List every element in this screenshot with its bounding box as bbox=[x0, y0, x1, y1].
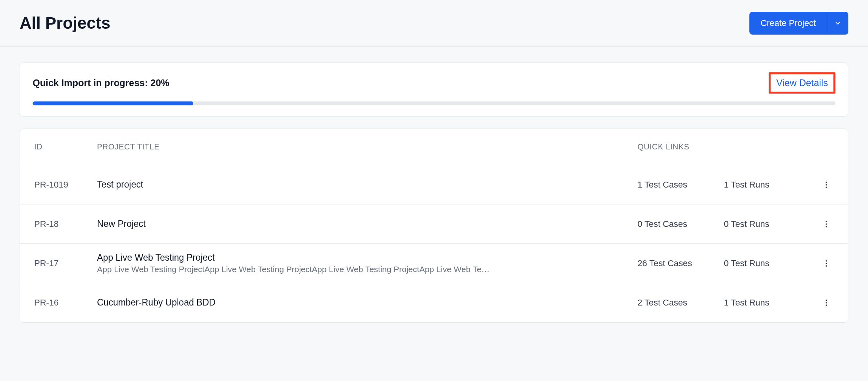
import-progress-card: Quick Import in progress: 20% View Detai… bbox=[20, 63, 848, 117]
svg-point-8 bbox=[826, 265, 827, 267]
project-id: PR-18 bbox=[34, 219, 97, 229]
project-id: PR-16 bbox=[34, 298, 97, 308]
row-more-button[interactable] bbox=[819, 217, 834, 232]
col-header-quick-links: QUICK LINKS bbox=[637, 142, 810, 151]
svg-point-1 bbox=[826, 184, 827, 186]
table-row[interactable]: PR-16Cucumber-Ruby Upload BDD2 Test Case… bbox=[20, 283, 848, 322]
test-runs-link[interactable]: 1 Test Runs bbox=[724, 298, 810, 308]
svg-point-5 bbox=[826, 226, 827, 227]
col-header-title: PROJECT TITLE bbox=[97, 142, 637, 151]
table-row[interactable]: PR-18New Project0 Test Cases0 Test Runs bbox=[20, 204, 848, 244]
create-project-dropdown[interactable] bbox=[827, 12, 848, 35]
view-details-button[interactable]: View Details bbox=[776, 77, 828, 88]
svg-point-7 bbox=[826, 263, 827, 264]
test-runs-link[interactable]: 1 Test Runs bbox=[724, 180, 810, 190]
more-vertical-icon bbox=[822, 298, 831, 307]
project-title[interactable]: New Project bbox=[97, 219, 637, 229]
col-header-id: ID bbox=[34, 142, 97, 151]
svg-point-0 bbox=[826, 181, 827, 183]
progress-bar bbox=[33, 101, 835, 105]
project-title-col: Test project bbox=[97, 179, 637, 190]
test-cases-link[interactable]: 1 Test Cases bbox=[637, 180, 724, 190]
table-row[interactable]: PR-17App Live Web Testing ProjectApp Liv… bbox=[20, 244, 848, 283]
test-cases-link[interactable]: 0 Test Cases bbox=[637, 219, 724, 229]
more-vertical-icon bbox=[822, 180, 831, 189]
project-title-col: App Live Web Testing ProjectApp Live Web… bbox=[97, 252, 637, 274]
row-more-button[interactable] bbox=[819, 177, 834, 192]
svg-point-3 bbox=[826, 221, 827, 222]
table-row[interactable]: PR-1019Test project1 Test Cases1 Test Ru… bbox=[20, 165, 848, 204]
projects-table: ID PROJECT TITLE QUICK LINKS PR-1019Test… bbox=[20, 129, 848, 323]
project-id: PR-1019 bbox=[34, 180, 97, 190]
page-header: All Projects Create Project bbox=[0, 0, 868, 47]
project-title-col: Cucumber-Ruby Upload BDD bbox=[97, 297, 637, 308]
row-more-button[interactable] bbox=[819, 256, 834, 271]
project-title[interactable]: App Live Web Testing Project bbox=[97, 252, 637, 263]
project-subtitle: App Live Web Testing ProjectApp Live Web… bbox=[97, 265, 637, 274]
svg-point-6 bbox=[826, 260, 827, 261]
svg-point-4 bbox=[826, 223, 827, 225]
create-project-button[interactable]: Create Project bbox=[749, 12, 827, 35]
project-title-col: New Project bbox=[97, 219, 637, 229]
more-vertical-icon bbox=[822, 220, 831, 228]
svg-point-9 bbox=[826, 299, 827, 301]
create-button-group: Create Project bbox=[749, 12, 848, 35]
svg-point-11 bbox=[826, 304, 827, 306]
project-id: PR-17 bbox=[34, 258, 97, 269]
test-cases-link[interactable]: 26 Test Cases bbox=[637, 258, 724, 269]
project-title[interactable]: Test project bbox=[97, 179, 637, 190]
page-title: All Projects bbox=[20, 14, 110, 33]
test-runs-link[interactable]: 0 Test Runs bbox=[724, 219, 810, 229]
project-title[interactable]: Cucumber-Ruby Upload BDD bbox=[97, 297, 637, 308]
view-details-highlight: View Details bbox=[769, 72, 835, 94]
svg-point-2 bbox=[826, 186, 827, 188]
row-more-button[interactable] bbox=[819, 295, 834, 310]
page-content: Quick Import in progress: 20% View Detai… bbox=[0, 47, 868, 339]
test-cases-link[interactable]: 2 Test Cases bbox=[637, 298, 724, 308]
progress-fill bbox=[33, 101, 193, 105]
svg-point-10 bbox=[826, 302, 827, 304]
import-progress-text: Quick Import in progress: 20% bbox=[33, 77, 169, 88]
import-row: Quick Import in progress: 20% View Detai… bbox=[33, 72, 835, 94]
chevron-down-icon bbox=[834, 20, 841, 27]
more-vertical-icon bbox=[822, 259, 831, 268]
test-runs-link[interactable]: 0 Test Runs bbox=[724, 258, 810, 269]
table-header-row: ID PROJECT TITLE QUICK LINKS bbox=[20, 129, 848, 165]
